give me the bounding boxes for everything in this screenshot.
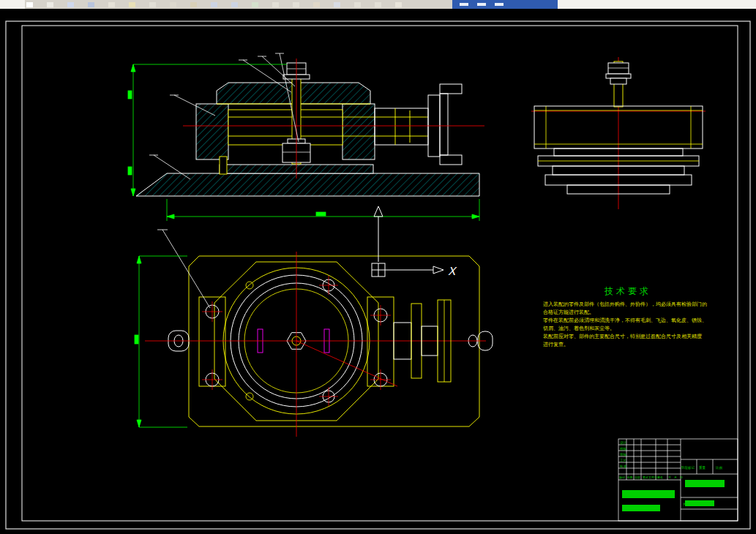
undo-icon[interactable] xyxy=(211,2,217,7)
svg-text:装配前应对零、部件的主要配合尺寸，特别是过盈配合尺寸及相关精: 装配前应对零、部件的主要配合尺寸，特别是过盈配合尺寸及相关精度 xyxy=(543,333,702,339)
copy-icon[interactable] xyxy=(170,2,176,7)
preview-icon[interactable] xyxy=(129,2,135,7)
redo-icon[interactable] xyxy=(231,2,238,7)
svg-text:进行复查。: 进行复查。 xyxy=(543,342,569,347)
svg-text:更改文件号: 更改文件号 xyxy=(643,475,657,479)
svg-text:重量: 重量 xyxy=(699,465,706,470)
circle-icon[interactable] xyxy=(293,2,299,7)
new-icon[interactable] xyxy=(47,2,53,7)
line-icon[interactable] xyxy=(272,2,279,7)
svg-text:阶段标记: 阶段标记 xyxy=(681,465,695,470)
print-icon[interactable] xyxy=(108,2,115,7)
zoom-icon[interactable] xyxy=(334,2,340,7)
toolbar-right-blank xyxy=(558,0,756,9)
toolbar-highlight-glyph xyxy=(460,3,468,6)
save-icon[interactable] xyxy=(88,2,94,7)
top-toolbar xyxy=(0,0,756,9)
svg-text:签名: 签名 xyxy=(657,475,663,479)
app-logo-icon[interactable] xyxy=(26,2,33,7)
svg-text:工艺: 工艺 xyxy=(620,458,627,462)
open-icon[interactable] xyxy=(67,2,74,7)
cad-window: X 技术要求 进入装配的零件及部件（包括外购件、外协件），均必须具有检验部门的 … xyxy=(0,0,756,534)
svg-text:校核: 校核 xyxy=(620,447,627,451)
svg-text:零件在装配前必须清理和清洗干净，不得有毛刺、飞边、氧化皮、锈: 零件在装配前必须清理和清洗干净，不得有毛刺、飞边、氧化皮、锈蚀、 xyxy=(543,317,707,323)
pan-icon[interactable] xyxy=(354,2,361,7)
toolbar-icons xyxy=(26,0,402,9)
toolbar-highlight-glyph xyxy=(477,3,486,6)
cut-icon[interactable] xyxy=(149,2,156,7)
toolbar-active-section[interactable] xyxy=(452,0,558,9)
grid-icon[interactable] xyxy=(375,2,381,7)
tech-requirements-title: 技术要求 xyxy=(604,286,651,296)
toolbar-left-blank xyxy=(0,0,25,9)
svg-text:年、月、日: 年、月、日 xyxy=(668,475,683,479)
help-icon[interactable] xyxy=(395,2,402,7)
paste-icon[interactable] xyxy=(190,2,197,7)
dim-icon[interactable] xyxy=(313,2,320,7)
svg-text:处数: 处数 xyxy=(627,475,633,479)
svg-text:分区: 分区 xyxy=(635,475,640,479)
svg-text:批准: 批准 xyxy=(619,465,627,468)
svg-text:合格证方能进行装配。: 合格证方能进行装配。 xyxy=(543,309,594,315)
svg-text:进入装配的零件及部件（包括外购件、外协件），均必须具有检验部: 进入装配的零件及部件（包括外购件、外协件），均必须具有检验部门的 xyxy=(543,301,707,307)
toolbar-highlight-glyph xyxy=(495,3,504,6)
svg-text:切屑、油污、着色剂和灰尘等。: 切屑、油污、着色剂和灰尘等。 xyxy=(543,326,615,331)
svg-text:审核: 审核 xyxy=(620,453,627,456)
layer-icon[interactable] xyxy=(252,2,258,7)
model-space[interactable]: X 技术要求 进入装配的零件及部件（包括外购件、外协件），均必须具有检验部门的 … xyxy=(0,9,756,534)
svg-text:设计: 设计 xyxy=(620,440,627,445)
